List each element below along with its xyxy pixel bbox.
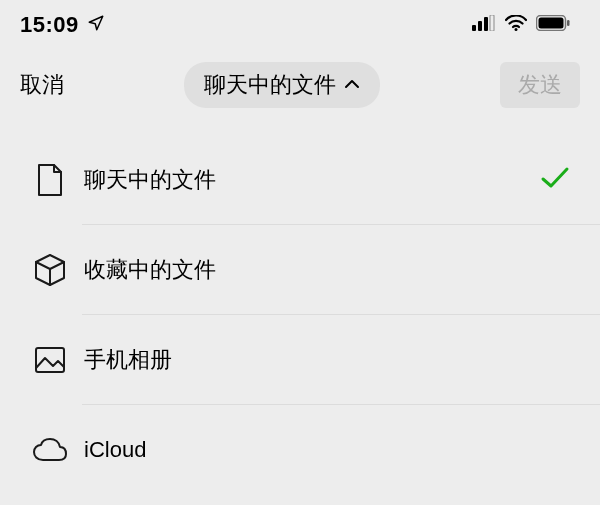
file-icon <box>32 163 68 197</box>
svg-rect-6 <box>539 18 564 29</box>
check-icon <box>540 166 570 194</box>
nav-bar: 取消 聊天中的文件 发送 <box>0 50 600 120</box>
cancel-button[interactable]: 取消 <box>20 70 64 100</box>
title-text: 聊天中的文件 <box>204 70 336 100</box>
status-bar: 15:09 <box>0 0 600 50</box>
chevron-up-icon <box>344 76 360 94</box>
send-button-label: 发送 <box>518 72 562 97</box>
list-item[interactable]: 手机相册 <box>0 315 600 405</box>
list-item[interactable]: 聊天中的文件 <box>0 135 600 225</box>
list-item-label: 聊天中的文件 <box>84 165 540 195</box>
svg-rect-3 <box>490 15 494 31</box>
list-item[interactable]: iCloud <box>0 405 600 495</box>
title-dropdown[interactable]: 聊天中的文件 <box>184 62 380 108</box>
svg-rect-7 <box>567 20 570 26</box>
image-icon <box>32 346 68 374</box>
location-icon <box>87 14 105 36</box>
list-item-label: 收藏中的文件 <box>84 255 570 285</box>
status-right <box>472 15 570 35</box>
svg-rect-1 <box>478 21 482 31</box>
list-item-label: 手机相册 <box>84 345 570 375</box>
cellular-icon <box>472 15 496 35</box>
svg-rect-8 <box>36 348 64 372</box>
cloud-icon <box>32 437 68 463</box>
wifi-icon <box>505 15 527 35</box>
list-item-label: iCloud <box>84 437 570 463</box>
battery-icon <box>536 15 570 35</box>
svg-rect-0 <box>472 25 476 31</box>
status-left: 15:09 <box>20 12 105 38</box>
send-button[interactable]: 发送 <box>500 62 580 108</box>
cube-icon <box>32 253 68 287</box>
status-time: 15:09 <box>20 12 79 38</box>
svg-point-4 <box>515 28 518 31</box>
svg-rect-2 <box>484 17 488 31</box>
source-list: 聊天中的文件 收藏中的文件 手机相册 iCloud <box>0 135 600 495</box>
list-item[interactable]: 收藏中的文件 <box>0 225 600 315</box>
